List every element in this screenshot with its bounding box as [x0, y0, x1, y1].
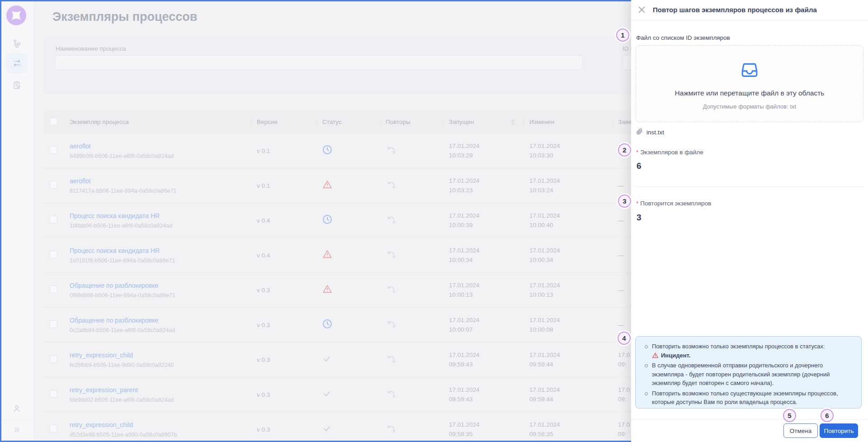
repeat-submit-button[interactable]: Повторить — [820, 423, 858, 438]
in-file-label: Экземпляров в файле — [640, 149, 703, 156]
note-item: Повторить возможно только экземпляры про… — [645, 342, 854, 360]
close-icon[interactable] — [638, 6, 646, 15]
note-item: Повторить возможно только существующие э… — [645, 389, 854, 407]
in-file-label-row: *Экземпляров в файле — [636, 148, 703, 156]
tour-step-badge-3: 3 — [618, 195, 631, 208]
drawer-title: Повтор шагов экземпляров процессов из фа… — [653, 0, 817, 20]
tour-step-badge-2: 2 — [618, 143, 631, 157]
incident-status-label: Инцидент. — [661, 352, 690, 359]
required-mark: * — [636, 149, 638, 156]
bullet-circle-icon — [645, 345, 648, 348]
bullet-circle-icon — [645, 392, 648, 395]
tour-step-badge-4: 4 — [618, 332, 631, 345]
inbox-upload-icon — [636, 59, 863, 82]
uploaded-file-name: inst.txt — [646, 129, 664, 136]
warning-triangle-icon — [652, 352, 659, 359]
required-mark: * — [636, 200, 638, 207]
upload-hint-text: Допустимые форматы файлов: txt — [636, 103, 863, 110]
note-item: В случае одновременной отправки родитель… — [645, 361, 854, 388]
note-ownership-text: Повторить возможно только существующие э… — [652, 389, 854, 407]
repeat-steps-drawer: Повтор шагов экземпляров процессов из фа… — [631, 0, 868, 442]
drawer-footer-divider — [631, 419, 868, 420]
bullet-circle-icon — [645, 364, 648, 367]
will-repeat-label-row: *Повторится экземпляров — [636, 199, 711, 207]
drawer-divider — [636, 186, 863, 187]
tour-step-badge-6: 6 — [821, 409, 834, 422]
in-file-value: 6 — [637, 161, 642, 171]
note-statuses-text: Повторить возможно только экземпляры про… — [652, 343, 825, 350]
upload-section-label: Файл со списком ID экземпляров — [636, 34, 730, 41]
will-repeat-label: Повторится экземпляров — [640, 200, 711, 207]
info-notes-box: Повторить возможно только экземпляры про… — [635, 336, 862, 409]
file-upload-dropzone[interactable]: Нажмите или перетащите файл в эту област… — [636, 45, 863, 122]
tour-step-badge-5: 5 — [783, 409, 796, 422]
uploaded-file-item[interactable]: inst.txt — [636, 128, 664, 136]
will-repeat-value: 3 — [637, 213, 642, 223]
drawer-header: Повтор шагов экземпляров процессов из фа… — [631, 0, 868, 20]
cancel-button[interactable]: Отмена — [783, 423, 818, 438]
paperclip-icon — [636, 128, 643, 136]
upload-main-text: Нажмите или перетащите файл в эту област… — [636, 89, 863, 97]
tour-step-badge-1: 1 — [616, 29, 629, 42]
note-parent-child-text: В случае одновременной отправки родитель… — [652, 361, 854, 388]
